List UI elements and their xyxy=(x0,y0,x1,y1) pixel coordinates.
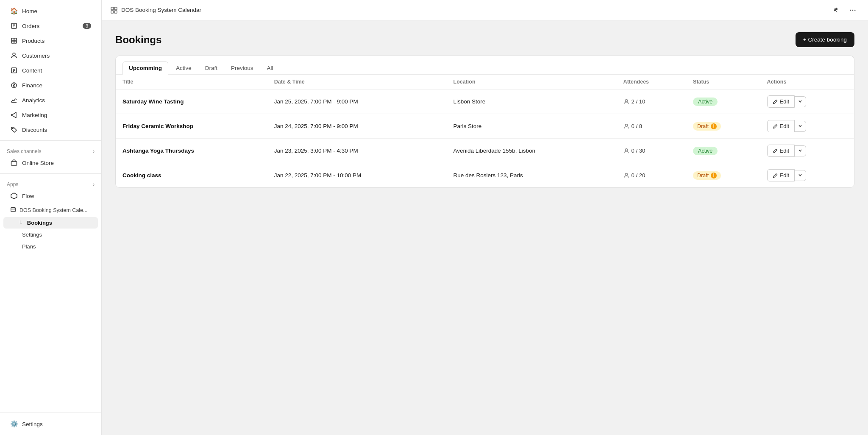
booking-title: Cooking class xyxy=(116,163,267,188)
sidebar-item-online-store[interactable]: Online Store xyxy=(3,156,98,170)
table-row: Friday Ceramic WorkshopJan 24, 2025, 7:0… xyxy=(116,114,854,139)
edit-button[interactable]: Edit xyxy=(767,95,795,108)
page-title: Bookings xyxy=(115,34,161,46)
bookings-tabs: Upcomming Active Draft Previous All xyxy=(116,56,854,75)
attendees-count: 0 / 30 xyxy=(632,148,645,154)
col-title: Title xyxy=(116,75,267,89)
booking-status: Active xyxy=(686,89,760,114)
finance-icon xyxy=(10,81,18,89)
table-row: Cooking classJan 22, 2025, 7:00 PM - 10:… xyxy=(116,163,854,188)
tab-all[interactable]: All xyxy=(261,62,279,74)
booking-datetime: Jan 25, 2025, 7:00 PM - 9:00 PM xyxy=(267,89,447,114)
booking-title: Ashtanga Yoga Thursdays xyxy=(116,139,267,163)
attendees-icon xyxy=(623,173,629,178)
online-store-icon xyxy=(10,159,18,167)
topbar: DOS Booking System Calendar xyxy=(102,0,868,20)
chevron-down-icon xyxy=(798,124,802,128)
tab-upcoming[interactable]: Upcomming xyxy=(122,61,168,75)
apps-expand[interactable]: › xyxy=(93,181,95,187)
sidebar-item-flow[interactable]: Flow xyxy=(3,189,98,203)
sidebar-item-customers[interactable]: Customers xyxy=(3,48,98,63)
tab-draft[interactable]: Draft xyxy=(199,62,223,74)
sidebar-item-home[interactable]: 🏠 Home xyxy=(3,4,98,18)
svg-rect-22 xyxy=(111,7,114,10)
sales-channels-expand[interactable]: › xyxy=(93,148,95,154)
attendees-count: 0 / 8 xyxy=(632,123,642,129)
svg-point-8 xyxy=(13,53,15,56)
booking-location: Rue des Rosiers 123, Paris xyxy=(447,163,617,188)
actions-dropdown-button[interactable] xyxy=(795,96,806,107)
edit-button[interactable]: Edit xyxy=(767,120,795,132)
chevron-down-icon xyxy=(798,99,802,103)
svg-point-26 xyxy=(850,9,851,11)
attendees-icon xyxy=(623,148,629,154)
booking-attendees: 0 / 30 xyxy=(617,139,686,163)
booking-title: Saturday Wine Tasting xyxy=(116,89,267,114)
main-content: DOS Booking System Calendar Bookings + C… xyxy=(102,0,868,435)
orders-icon xyxy=(10,22,18,30)
sidebar-item-bookings[interactable]: └ Bookings xyxy=(3,217,98,229)
sidebar-item-analytics[interactable]: Analytics xyxy=(3,93,98,107)
svg-point-31 xyxy=(625,148,627,151)
tab-previous[interactable]: Previous xyxy=(225,62,259,74)
topbar-pin-button[interactable] xyxy=(829,3,843,17)
booking-status: Draft i xyxy=(686,114,760,139)
page-content: Bookings + Create booking Upcomming Acti… xyxy=(102,20,868,435)
edit-icon xyxy=(773,173,778,178)
status-badge-draft: Draft i xyxy=(693,171,721,180)
create-booking-button[interactable]: + Create booking xyxy=(796,32,854,47)
flow-icon xyxy=(10,192,18,200)
topbar-more-button[interactable] xyxy=(846,3,860,17)
svg-rect-23 xyxy=(114,7,117,10)
actions-dropdown-button[interactable] xyxy=(795,145,806,156)
draft-info-icon: i xyxy=(711,173,717,178)
svg-rect-24 xyxy=(111,11,114,13)
edit-button[interactable]: Edit xyxy=(767,145,795,157)
attendees-count: 2 / 10 xyxy=(632,98,645,105)
sidebar-item-products[interactable]: Products xyxy=(3,33,98,48)
actions-dropdown-button[interactable] xyxy=(795,170,806,181)
sidebar-item-dos-settings[interactable]: Settings xyxy=(3,229,98,240)
sidebar-item-discounts[interactable]: Discounts xyxy=(3,123,98,137)
actions-dropdown-button[interactable] xyxy=(795,121,806,132)
attendees-icon xyxy=(623,99,629,105)
attendees-icon xyxy=(623,123,629,129)
tab-active[interactable]: Active xyxy=(170,62,198,74)
booking-actions: Edit xyxy=(760,89,854,114)
svg-point-28 xyxy=(854,9,856,11)
booking-status: Draft i xyxy=(686,163,760,188)
sidebar-item-finance[interactable]: Finance xyxy=(3,78,98,92)
sidebar-item-marketing[interactable]: Marketing xyxy=(3,108,98,122)
sidebar-item-dos-booking[interactable]: DOS Booking System Cale... xyxy=(3,204,98,217)
svg-point-27 xyxy=(852,9,854,11)
svg-rect-25 xyxy=(114,11,117,13)
attendees-count: 0 / 20 xyxy=(632,172,645,178)
dos-booking-icon xyxy=(10,206,16,214)
orders-badge: 3 xyxy=(83,23,91,29)
topbar-title: DOS Booking System Calendar xyxy=(121,7,201,13)
booking-actions: Edit xyxy=(760,163,854,188)
svg-rect-18 xyxy=(11,208,16,212)
sidebar-item-orders[interactable]: Orders 3 xyxy=(3,19,98,33)
edit-button[interactable]: Edit xyxy=(767,169,795,181)
svg-marker-17 xyxy=(11,193,17,199)
svg-rect-16 xyxy=(11,162,17,165)
sidebar-item-settings[interactable]: ⚙️ Settings xyxy=(3,417,98,431)
edit-icon xyxy=(773,148,778,153)
booking-datetime: Jan 22, 2025, 7:00 PM - 10:00 PM xyxy=(267,163,447,188)
table-row: Ashtanga Yoga ThursdaysJan 23, 2025, 3:0… xyxy=(116,139,854,163)
status-badge-active: Active xyxy=(693,147,718,155)
col-location: Location xyxy=(447,75,617,89)
svg-point-30 xyxy=(625,124,627,126)
chevron-down-icon xyxy=(798,173,802,177)
sales-channels-section: Sales channels › xyxy=(0,144,101,155)
sidebar-item-content[interactable]: Content xyxy=(3,63,98,78)
svg-point-29 xyxy=(625,99,627,101)
booking-location: Lisbon Store xyxy=(447,89,617,114)
svg-point-32 xyxy=(625,173,627,175)
booking-location: Avenida Liberdade 155b, Lisbon xyxy=(447,139,617,163)
products-icon xyxy=(10,37,18,45)
booking-datetime: Jan 23, 2025, 3:00 PM - 4:30 PM xyxy=(267,139,447,163)
sidebar-item-plans[interactable]: Plans xyxy=(3,241,98,252)
page-header: Bookings + Create booking xyxy=(115,32,854,47)
